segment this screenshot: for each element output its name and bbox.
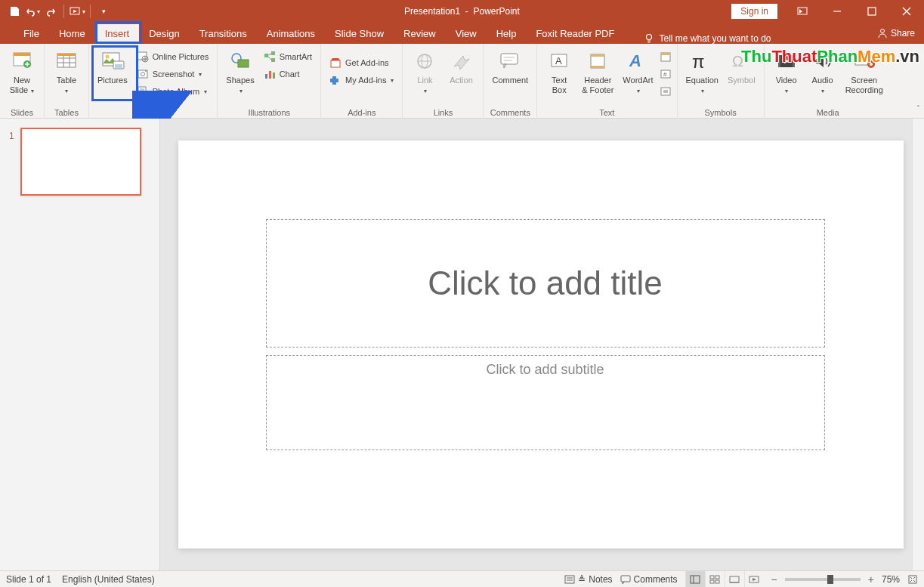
screenshot-button[interactable]: Screenshot▾ — [134, 66, 212, 82]
sign-in-button[interactable]: Sign in — [731, 4, 777, 19]
svg-rect-39 — [265, 74, 267, 79]
start-from-beginning-icon[interactable]: ▾ — [69, 3, 85, 20]
svg-text:#: # — [663, 71, 667, 78]
header-footer-button[interactable]: Header & Footer — [579, 47, 617, 97]
audio-button[interactable]: Audio▾ — [806, 47, 839, 97]
slideshow-view-icon[interactable] — [744, 571, 764, 588]
normal-view-icon[interactable] — [685, 571, 705, 588]
group-label: Links — [408, 108, 477, 119]
redo-icon[interactable] — [42, 3, 59, 20]
svg-rect-46 — [501, 54, 518, 64]
video-button[interactable]: Video▾ — [770, 47, 803, 97]
svg-rect-78 — [710, 580, 714, 583]
svg-point-9 — [880, 29, 884, 33]
svg-rect-36 — [264, 54, 268, 57]
ribbon: New Slide ▾ Slides Table▾ Tables Picture… — [0, 44, 924, 119]
object-button[interactable] — [660, 83, 672, 100]
ribbon-tabs: File Home Insert Design Transitions Anim… — [0, 23, 924, 44]
tab-help[interactable]: Help — [487, 24, 527, 44]
minimize-icon[interactable] — [820, 0, 854, 23]
photo-album-button[interactable]: Photo Album▾ — [134, 83, 212, 100]
language-indicator[interactable]: English (United States) — [62, 574, 155, 585]
comment-button[interactable]: Comment — [489, 47, 531, 87]
online-pictures-button[interactable]: Online Pictures — [134, 48, 212, 65]
audio-icon — [813, 52, 833, 70]
zoom-slider[interactable] — [785, 578, 861, 581]
text-box-button[interactable]: A Text Box — [542, 47, 576, 97]
ribbon-display-icon[interactable] — [785, 0, 820, 23]
svg-rect-53 — [591, 66, 604, 68]
chart-button[interactable]: Chart — [261, 66, 315, 82]
tab-file[interactable]: File — [14, 24, 49, 44]
tab-review[interactable]: Review — [394, 24, 446, 44]
group-label: Comments — [489, 108, 531, 119]
screen-recording-button[interactable]: Screen Recording — [842, 47, 886, 97]
date-time-button[interactable] — [660, 48, 672, 65]
group-media: Video▾ Audio▾ Screen Recording Media — [765, 44, 892, 119]
tell-me-search[interactable]: Tell me what you want to do — [644, 33, 771, 44]
svg-rect-60 — [663, 90, 668, 93]
table-icon — [55, 51, 78, 72]
group-illustrations: Shapes▾ SmartArt Chart Illustrations — [218, 44, 321, 119]
maximize-icon[interactable] — [854, 0, 889, 23]
new-slide-button[interactable]: New Slide ▾ — [5, 47, 39, 97]
notes-button[interactable]: ≜ Notes — [564, 574, 612, 585]
group-comments: Comment Comments — [484, 44, 537, 119]
tab-design[interactable]: Design — [139, 24, 189, 44]
title-bar: ▾ ▾ ▾ Presentation1 - PowerPoint Sign in — [0, 0, 924, 23]
wordart-button[interactable]: A WordArt▾ — [620, 47, 656, 97]
collapse-ribbon-icon[interactable]: ˆ — [917, 105, 919, 113]
comments-button[interactable]: Comments — [620, 574, 678, 585]
tab-insert[interactable]: Insert — [95, 24, 140, 44]
slide-number-icon: # — [660, 68, 672, 80]
share-button[interactable]: Share — [877, 28, 915, 39]
slide-number-button[interactable]: # — [660, 66, 672, 82]
svg-rect-70 — [565, 576, 574, 583]
equation-button[interactable]: π Equation▾ — [683, 47, 722, 97]
customize-qat-icon[interactable]: ▾ — [95, 3, 112, 20]
header-footer-icon — [588, 51, 607, 71]
reading-view-icon[interactable] — [725, 571, 744, 588]
undo-icon[interactable]: ▾ — [24, 3, 41, 20]
tab-animations[interactable]: Animations — [257, 24, 325, 44]
title-placeholder[interactable]: Click to add title — [266, 219, 825, 348]
zoom-out-icon[interactable]: − — [771, 573, 777, 585]
slide-thumbnails-pane[interactable]: 1 — [0, 119, 160, 570]
zoom-level[interactable]: 75% — [882, 574, 900, 585]
tab-home[interactable]: Home — [49, 24, 95, 44]
slide-editor[interactable]: Click to add title Click to add subtitle — [160, 119, 924, 570]
slide-indicator[interactable]: Slide 1 of 1 — [6, 574, 51, 585]
lightbulb-icon — [644, 33, 654, 44]
tab-foxit[interactable]: Foxit Reader PDF — [526, 24, 624, 44]
group-label: Symbols — [683, 108, 759, 119]
fit-to-window-icon[interactable] — [907, 574, 918, 585]
textbox-icon: A — [549, 51, 569, 71]
action-button: Action — [444, 47, 477, 87]
group-slides: New Slide ▾ Slides — [0, 44, 45, 119]
my-addins-button[interactable]: My Add-ins▾ — [326, 72, 397, 88]
tab-transitions[interactable]: Transitions — [190, 24, 257, 44]
video-icon — [776, 52, 797, 70]
pictures-button[interactable]: Pictures — [94, 47, 131, 87]
save-icon[interactable] — [6, 3, 23, 20]
close-icon[interactable] — [889, 0, 924, 23]
subtitle-placeholder[interactable]: Click to add subtitle — [266, 355, 825, 450]
svg-rect-83 — [909, 576, 916, 583]
slide-canvas[interactable]: Click to add title Click to add subtitle — [178, 141, 904, 548]
svg-rect-64 — [778, 55, 780, 67]
tab-view[interactable]: View — [446, 24, 487, 44]
table-button[interactable]: Table▾ — [50, 47, 83, 97]
svg-text:A: A — [555, 55, 562, 66]
svg-rect-80 — [730, 576, 739, 582]
vertical-scrollbar[interactable] — [912, 119, 924, 570]
slide-sorter-icon[interactable] — [705, 571, 725, 588]
smartart-button[interactable]: SmartArt — [261, 48, 315, 65]
slide-thumbnail-1[interactable] — [20, 128, 141, 196]
status-bar: Slide 1 of 1 English (United States) ≜ N… — [0, 570, 924, 587]
shapes-button[interactable]: Shapes▾ — [223, 47, 257, 97]
tab-slideshow[interactable]: Slide Show — [325, 24, 394, 44]
zoom-in-icon[interactable]: + — [868, 573, 874, 585]
svg-rect-1 — [798, 8, 807, 14]
get-addins-button[interactable]: Get Add-ins — [326, 54, 397, 71]
svg-rect-76 — [710, 576, 714, 579]
